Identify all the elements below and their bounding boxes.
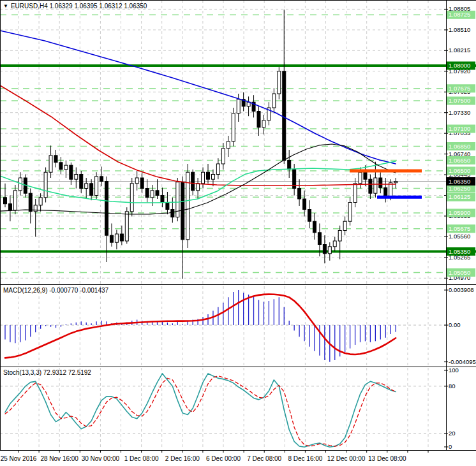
stoch-axis-label-text: 0: [449, 443, 452, 450]
candle-body: [75, 175, 78, 180]
stoch-axis-label: 20: [449, 430, 456, 437]
price-level-label: 1.07675: [447, 84, 475, 92]
price-level-label-text: 1.05050: [449, 269, 470, 276]
price-level-label: 1.07100: [447, 125, 475, 133]
candle-body: [348, 203, 352, 222]
chart-title: ▼EURUSD,H4 1.06329 1.06395 1.06312 1.063…: [3, 3, 147, 10]
macd-indicator-label: MACD(12,26,9) -0.000770 -0.001437: [3, 287, 108, 295]
candle-body: [4, 198, 7, 204]
time-axis-label: 28 Nov 16:00: [40, 455, 78, 462]
candle-body: [85, 184, 88, 189]
candle-body: [257, 112, 260, 127]
candle-body: [145, 189, 149, 198]
candle-body: [191, 172, 195, 191]
macd-axis-label-text: 0.00: [449, 321, 461, 328]
candle-body: [389, 183, 392, 198]
price-level-label-text: 1.07500: [449, 97, 470, 104]
candle-body: [59, 163, 63, 170]
stoch-axis-label: 80: [449, 382, 456, 390]
candle-body: [308, 210, 311, 222]
candle-body: [313, 221, 316, 233]
candle-body: [278, 71, 281, 94]
price-axis-label: 1.05560: [449, 233, 470, 240]
price-level-label-text: 1.07675: [449, 85, 470, 92]
macd-axis-label: 0.003908: [449, 286, 474, 293]
candle-body: [283, 71, 286, 161]
stoch-axis-label-text: 80: [449, 382, 456, 390]
candle: [176, 178, 179, 221]
price-level-label-text: 1.07100: [449, 125, 470, 132]
macd-axis-label-text: 0.003908: [449, 286, 474, 293]
macd-axis-label: 0.00: [449, 321, 461, 328]
candle-body: [105, 182, 108, 236]
time-axis-label: 12 Dec 00:00: [327, 455, 366, 462]
major-sr-label-text: 1.08000: [449, 62, 470, 69]
symbol-marker-icon: ▼: [3, 3, 8, 9]
price-level-label-text: 1.05675: [449, 225, 470, 232]
candle-body: [364, 172, 367, 179]
price-level-label-text: 1.06850: [449, 143, 470, 150]
chart-title-text: EURUSD,H4 1.06329 1.06395 1.06312 1.0635…: [11, 3, 147, 10]
candle-body: [323, 245, 326, 254]
candle-body: [394, 182, 398, 183]
major-sr-label: 1.08000: [447, 62, 475, 70]
candle-body: [221, 149, 225, 164]
price-level-label-text: 1.06650: [449, 157, 470, 164]
price-level-label-text: 1.06500: [449, 167, 470, 174]
candle-body: [369, 179, 372, 193]
candle-body: [374, 178, 377, 193]
time-axis-label: 2 Dec 16:00: [165, 455, 200, 462]
price-axis: 1.088051.085101.082151.079201.076251.073…: [444, 5, 476, 450]
candle-body: [181, 182, 184, 240]
price-level-label: 1.05675: [447, 224, 475, 233]
time-axis-label: 25 Nov 2016: [1, 455, 37, 462]
current-price-label: 1.06350: [447, 177, 475, 186]
candle-body: [227, 142, 230, 149]
stoch-axis-label: 0: [449, 443, 452, 450]
stoch-axis-label-text: 100: [449, 367, 459, 374]
candle-body: [207, 172, 210, 179]
trading-chart-window: 1.088051.085101.082151.079201.076251.073…: [0, 0, 476, 466]
candle-body: [156, 191, 159, 196]
price-level-label-text: 1.05900: [449, 209, 470, 216]
candle-body: [298, 189, 301, 200]
major-sr-label: 1.05350: [447, 247, 475, 256]
price-level-label: 1.07500: [447, 97, 475, 105]
candle-body: [338, 231, 341, 242]
stoch-axis-label: 100: [449, 367, 459, 374]
candle-body: [262, 120, 265, 127]
price-level-label-text: 1.08725: [449, 11, 470, 18]
candle-body: [216, 164, 219, 175]
candle-body: [34, 205, 37, 212]
candle-body: [166, 203, 169, 210]
candle-body: [13, 191, 17, 210]
time-axis: 25 Nov 201628 Nov 16:0030 Nov 00:001 Dec…: [1, 451, 428, 462]
candle-body: [8, 204, 11, 210]
candle: [232, 108, 235, 147]
time-axis-label: 30 Nov 00:00: [82, 455, 120, 462]
candle-body: [95, 177, 98, 196]
candle-body: [333, 241, 336, 247]
time-axis-label: 7 Dec 08:00: [247, 455, 281, 462]
candle-body: [202, 172, 205, 184]
candle-body: [135, 178, 138, 184]
candle-body: [353, 184, 357, 203]
candle-body: [80, 175, 83, 189]
price-level-label: 1.06500: [447, 167, 475, 175]
candle: [95, 172, 98, 199]
price-level-label: 1.05050: [447, 268, 475, 277]
current-price-label-text: 1.06350: [449, 178, 470, 185]
price-axis-label: 1.07330: [449, 109, 470, 116]
price-axis-label: 1.08215: [449, 47, 470, 54]
time-axis-label: 6 Dec 00:00: [206, 455, 241, 462]
candle: [186, 164, 190, 248]
candle-body: [90, 184, 93, 196]
candle-body: [125, 212, 128, 241]
candle-body: [303, 199, 306, 210]
price-axis-label: 1.08510: [449, 26, 470, 33]
candle-body: [29, 193, 32, 212]
price-axis-label-text: 1.05560: [449, 233, 470, 240]
candle-body: [54, 156, 57, 163]
macd-axis-label-text: -0.004095: [449, 358, 476, 365]
price-level-label: 1.06125: [447, 193, 475, 201]
